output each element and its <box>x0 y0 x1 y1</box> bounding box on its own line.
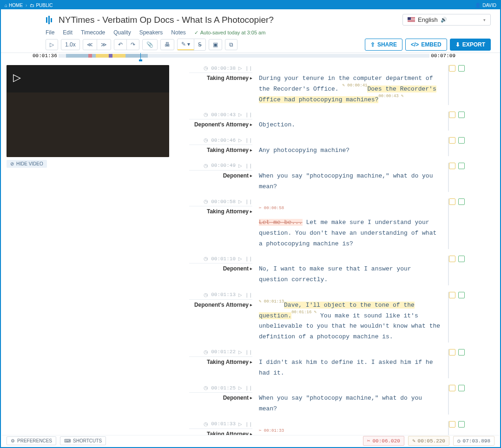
row-pause-button[interactable]: ❘❘ <box>245 199 252 204</box>
print-button[interactable]: 🖶 <box>161 40 174 50</box>
transcript-text[interactable]: ✎ 00:01:13Dave, I'll object to the tone … <box>259 292 449 343</box>
user-menu[interactable]: 👤DAVID <box>475 3 496 8</box>
menu-quality[interactable]: Quality <box>113 29 131 36</box>
row-play-button[interactable]: ▷ <box>238 292 242 297</box>
highlight-button[interactable]: ✎ ▾ <box>178 39 194 50</box>
menu-edit[interactable]: Edit <box>63 29 73 36</box>
menu-notes[interactable]: Notes <box>171 29 185 36</box>
row-pause-button[interactable]: ❘❘ <box>245 163 252 168</box>
row-play-button[interactable]: ▷ <box>238 422 242 427</box>
speaker-selector[interactable]: Taking Attorney ▸ <box>207 359 252 365</box>
note-button[interactable] <box>449 421 455 428</box>
public-link[interactable]: 🗀PUBLIC <box>30 3 53 8</box>
row-pause-button[interactable]: ❘❘ <box>245 138 252 143</box>
row-timecode[interactable]: 00:01:22 <box>211 349 236 355</box>
note-button[interactable] <box>449 349 455 356</box>
note-button[interactable] <box>449 256 455 262</box>
transcript-text[interactable]: When you say "photocopying machine," wha… <box>259 163 449 192</box>
document-title[interactable]: NYTimes - Verbatim Op Docs - What Is A P… <box>59 15 274 25</box>
highlighted-text[interactable]: Does the Recorder's Office had photocopy… <box>259 86 436 103</box>
playhead[interactable] <box>140 53 141 59</box>
highlighted-text[interactable]: Dave, I'll object to the tone of the que… <box>259 302 415 319</box>
approve-button[interactable] <box>458 112 465 118</box>
menu-speakers[interactable]: Speakers <box>139 29 163 36</box>
menu-file[interactable]: File <box>46 29 54 36</box>
video-player[interactable]: ▷ <box>7 65 169 157</box>
row-play-button[interactable]: ▷ <box>238 66 242 71</box>
approve-button[interactable] <box>458 65 465 72</box>
row-timecode[interactable]: 00:01:13 <box>211 292 236 297</box>
note-button[interactable] <box>449 163 455 169</box>
redo-button[interactable]: ↷ <box>126 40 139 50</box>
approve-button[interactable] <box>458 256 465 262</box>
approve-button[interactable] <box>458 198 465 205</box>
row-timecode[interactable]: 00:00:43 <box>211 112 236 118</box>
transcript-text[interactable]: No, I want to make sure that I answer yo… <box>259 256 449 285</box>
approve-button[interactable] <box>458 292 465 298</box>
shortcuts-button[interactable]: ⌨SHORTCUTS <box>60 436 106 445</box>
play-button[interactable]: ▷ <box>46 40 58 50</box>
undo-button[interactable]: ↶ <box>114 40 126 50</box>
approve-button[interactable] <box>458 349 465 356</box>
forward-button[interactable]: ≫ <box>97 40 111 50</box>
transcript-text[interactable]: I didn't ask him to define it. I asked h… <box>259 349 449 379</box>
speed-control[interactable]: 1.0x <box>61 40 79 50</box>
share-button[interactable]: ⇪SHARE <box>365 39 402 51</box>
row-timecode[interactable]: 00:00:58 <box>211 199 236 204</box>
row-timecode[interactable]: 00:00:38 <box>211 66 236 71</box>
note-button[interactable] <box>449 137 455 144</box>
speaker-selector[interactable]: Deponent's Attorney ▸ <box>194 302 252 308</box>
row-pause-button[interactable]: ❘❘ <box>245 422 252 427</box>
transcript-text[interactable]: ✂ 00:01:33Let me be clear. The term "pho… <box>259 421 449 436</box>
speaker-selector[interactable]: Deponent ▸ <box>223 395 252 401</box>
note-button[interactable] <box>449 65 455 72</box>
row-timecode[interactable]: 00:01:25 <box>211 385 236 391</box>
hide-video-button[interactable]: ⊘HIDE VIDEO <box>7 160 47 168</box>
speaker-selector[interactable]: Taking Attorney ▸ <box>207 208 252 215</box>
timeline-track[interactable] <box>59 54 429 58</box>
rewind-button[interactable]: ≪ <box>83 40 97 50</box>
transcript-text[interactable]: During your tenure in the computer depar… <box>259 65 449 105</box>
approve-button[interactable] <box>458 137 465 144</box>
row-pause-button[interactable]: ❘❘ <box>245 66 252 71</box>
layout-button[interactable]: ▣ <box>209 40 222 50</box>
note-button[interactable] <box>449 198 455 205</box>
row-timecode[interactable]: 00:01:33 <box>211 421 236 427</box>
speaker-selector[interactable]: Deponent ▸ <box>223 265 252 272</box>
row-play-button[interactable]: ▷ <box>238 256 242 261</box>
export-button[interactable]: ⬇EXPORT <box>450 39 491 51</box>
row-play-button[interactable]: ▷ <box>238 112 242 117</box>
strikethrough-button[interactable]: S̶ <box>194 39 205 50</box>
transcript-text[interactable]: ✂ 00:00:58Let me be... Let me make sure … <box>259 198 449 249</box>
row-play-button[interactable]: ▷ <box>238 199 242 204</box>
speaker-selector[interactable]: Deponent's Attorney ▸ <box>194 121 252 128</box>
row-play-button[interactable]: ▷ <box>238 385 242 390</box>
embed-button[interactable]: </>EMBED <box>405 39 447 51</box>
video-play-icon[interactable]: ▷ <box>13 72 21 84</box>
note-button[interactable] <box>449 112 455 118</box>
speaker-selector[interactable]: Taking Attorney ▸ <box>207 75 252 81</box>
language-selector[interactable]: English🔊 ▾ <box>402 14 491 26</box>
speaker-selector[interactable]: Deponent ▸ <box>223 172 252 179</box>
row-pause-button[interactable]: ❘❘ <box>245 292 252 297</box>
approve-button[interactable] <box>458 421 465 428</box>
row-timecode[interactable]: 00:01:10 <box>211 256 236 262</box>
row-pause-button[interactable]: ❘❘ <box>245 385 252 390</box>
approve-button[interactable] <box>458 385 465 391</box>
row-play-button[interactable]: ▷ <box>238 138 242 143</box>
note-button[interactable] <box>449 385 455 391</box>
row-pause-button[interactable]: ❘❘ <box>245 349 252 355</box>
struck-text[interactable]: Let me be... <box>259 219 303 226</box>
attach-button[interactable]: 📎 <box>143 40 157 50</box>
row-pause-button[interactable]: ❘❘ <box>245 112 252 117</box>
row-timecode[interactable]: 00:00:46 <box>211 138 236 143</box>
row-pause-button[interactable]: ❘❘ <box>245 256 252 261</box>
transcript-text[interactable]: Objection. <box>259 112 449 131</box>
approve-button[interactable] <box>458 163 465 169</box>
note-button[interactable] <box>449 292 455 298</box>
menu-timecode[interactable]: Timecode <box>81 29 105 36</box>
home-link[interactable]: ⌂HOME <box>5 3 23 8</box>
row-play-button[interactable]: ▷ <box>238 163 242 168</box>
copy-button[interactable]: ⧉ <box>225 40 237 50</box>
transcript-text[interactable]: When you say "photocopy machine," what d… <box>259 385 449 415</box>
